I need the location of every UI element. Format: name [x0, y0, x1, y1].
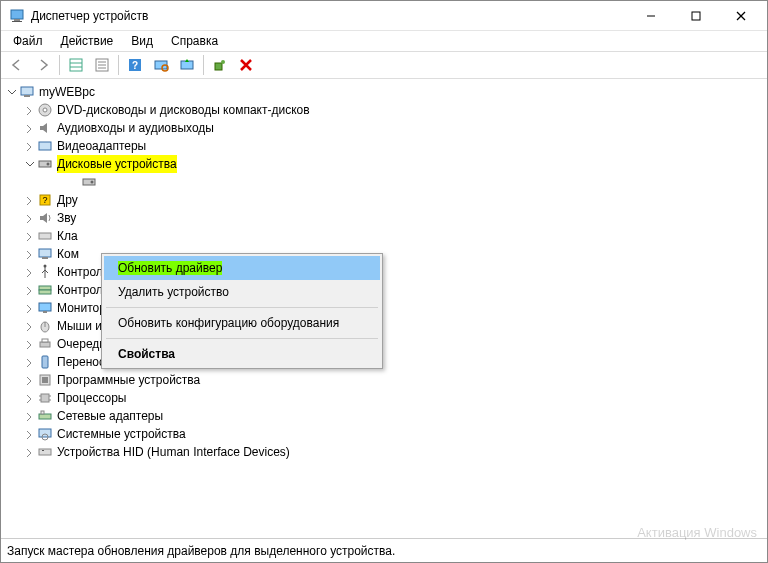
svg-rect-4	[692, 12, 700, 20]
expand-icon[interactable]	[23, 230, 35, 242]
tree-label: myWEBpc	[39, 83, 95, 101]
expand-icon[interactable]	[23, 284, 35, 296]
minimize-button[interactable]	[628, 1, 673, 30]
tree-item-other[interactable]: ? Дру	[21, 191, 765, 209]
svg-rect-39	[39, 290, 51, 294]
tree-item-hid[interactable]: Устройства HID (Human Interface Devices)	[21, 443, 765, 461]
svg-rect-35	[39, 249, 51, 257]
tree-item-audio[interactable]: Аудиовходы и аудиовыходы	[21, 119, 765, 137]
maximize-button[interactable]	[673, 1, 718, 30]
view-button[interactable]	[64, 53, 88, 77]
forward-button[interactable]	[31, 53, 55, 77]
hid-icon	[37, 444, 53, 460]
svg-rect-49	[41, 394, 49, 402]
expand-icon[interactable]	[23, 212, 35, 224]
expand-icon[interactable]	[23, 374, 35, 386]
tree-label: Дисковые устройства	[57, 155, 177, 173]
device-tree[interactable]: myWEBpc DVD-дисководы и дисководы компак…	[1, 79, 767, 538]
tree-item-cpu[interactable]: Процессоры	[21, 389, 765, 407]
expand-icon[interactable]	[23, 104, 35, 116]
svg-rect-2	[12, 21, 22, 22]
menu-action[interactable]: Действие	[53, 32, 122, 50]
display-adapter-icon	[37, 138, 53, 154]
svg-rect-21	[21, 87, 33, 95]
tree-label: Аудиовходы и аудиовыходы	[57, 119, 214, 137]
tree-label: Ком	[57, 245, 79, 263]
menu-file[interactable]: Файл	[5, 32, 51, 50]
toolbar: ?	[1, 51, 767, 79]
expand-icon[interactable]	[23, 410, 35, 422]
collapse-icon[interactable]	[5, 86, 17, 98]
expand-icon[interactable]	[23, 122, 35, 134]
tree-item-system[interactable]: Системные устройства	[21, 425, 765, 443]
mouse-icon	[37, 318, 53, 334]
statusbar: Запуск мастера обновления драйверов для …	[1, 538, 767, 562]
tree-label: Процессоры	[57, 389, 127, 407]
expand-icon[interactable]	[23, 338, 35, 350]
tree-item-keyboard[interactable]: Кла	[21, 227, 765, 245]
svg-rect-0	[11, 10, 23, 19]
close-button[interactable]	[718, 1, 763, 30]
svg-rect-59	[42, 450, 44, 451]
ctx-properties[interactable]: Свойства	[104, 342, 380, 366]
ctx-update-driver[interactable]: Обновить драйвер	[104, 256, 380, 280]
svg-point-29	[91, 181, 94, 184]
expand-icon[interactable]	[23, 392, 35, 404]
svg-rect-1	[14, 19, 20, 21]
scan-button[interactable]	[149, 53, 173, 77]
update-driver-button[interactable]	[175, 53, 199, 77]
toolbar-separator	[203, 55, 204, 75]
tree-item-dvd[interactable]: DVD-дисководы и дисководы компакт-дисков	[21, 101, 765, 119]
dvd-icon	[37, 102, 53, 118]
remove-button[interactable]	[234, 53, 258, 77]
expand-icon[interactable]	[23, 320, 35, 332]
tree-label: DVD-дисководы и дисководы компакт-дисков	[57, 101, 310, 119]
menu-help[interactable]: Справка	[163, 32, 226, 50]
tree-label: Устройства HID (Human Interface Devices)	[57, 443, 290, 461]
sound-icon	[37, 210, 53, 226]
uninstall-button[interactable]	[208, 53, 232, 77]
ctx-label: Удалить устройство	[118, 285, 229, 299]
expand-icon[interactable]	[23, 356, 35, 368]
toolbar-separator	[59, 55, 60, 75]
tree-item-sound[interactable]: Зву	[21, 209, 765, 227]
tree-label: Программные устройства	[57, 371, 200, 389]
ctx-refresh-config[interactable]: Обновить конфигурацию оборудования	[104, 311, 380, 335]
expand-icon[interactable]	[23, 428, 35, 440]
svg-rect-22	[24, 95, 30, 97]
expand-icon[interactable]	[23, 140, 35, 152]
expand-icon[interactable]	[23, 446, 35, 458]
svg-text:?: ?	[132, 60, 138, 71]
properties-button[interactable]	[90, 53, 114, 77]
ctx-separator	[106, 338, 378, 339]
storage-icon	[37, 282, 53, 298]
disk-icon	[37, 156, 53, 172]
collapse-icon[interactable]	[23, 158, 35, 170]
printer-icon	[37, 336, 53, 352]
tree-item-net[interactable]: Сетевые адаптеры	[21, 407, 765, 425]
tree-root[interactable]: myWEBpc	[3, 83, 765, 101]
tree-item-software[interactable]: Программные устройства	[21, 371, 765, 389]
ctx-label: Свойства	[118, 347, 175, 361]
tree-item-disk-child[interactable]	[65, 173, 765, 191]
tree-item-disk[interactable]: Дисковые устройства	[21, 155, 765, 173]
tree-item-video[interactable]: Видеоадаптеры	[21, 137, 765, 155]
menubar: Файл Действие Вид Справка	[1, 31, 767, 51]
svg-rect-48	[42, 377, 48, 383]
svg-rect-56	[39, 429, 51, 437]
tree-label: Системные устройства	[57, 425, 186, 443]
software-icon	[37, 372, 53, 388]
expand-icon[interactable]	[23, 266, 35, 278]
expand-icon[interactable]	[23, 194, 35, 206]
expand-icon[interactable]	[23, 302, 35, 314]
ctx-delete-device[interactable]: Удалить устройство	[104, 280, 380, 304]
svg-point-37	[44, 265, 47, 268]
help-button[interactable]: ?	[123, 53, 147, 77]
menu-view[interactable]: Вид	[123, 32, 161, 50]
ctx-separator	[106, 307, 378, 308]
other-icon: ?	[37, 192, 53, 208]
svg-point-27	[47, 163, 50, 166]
expand-icon[interactable]	[23, 248, 35, 260]
tree-label: Видеоадаптеры	[57, 137, 146, 155]
back-button[interactable]	[5, 53, 29, 77]
